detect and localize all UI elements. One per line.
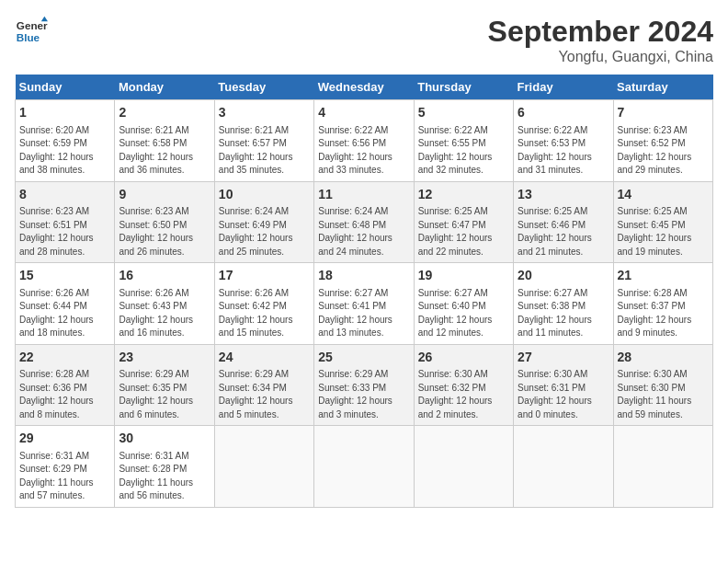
- day-info: Sunrise: 6:22 AMSunset: 6:56 PMDaylight:…: [318, 124, 409, 178]
- day-info: Sunrise: 6:27 AMSunset: 6:41 PMDaylight:…: [318, 287, 409, 340]
- day-info: Sunrise: 6:21 AMSunset: 6:57 PMDaylight:…: [219, 124, 310, 178]
- table-row: 22Sunrise: 6:28 AMSunset: 6:36 PMDayligh…: [16, 344, 713, 426]
- table-cell: 3Sunrise: 6:21 AMSunset: 6:57 PMDaylight…: [214, 100, 313, 182]
- table-cell: 22Sunrise: 6:28 AMSunset: 6:36 PMDayligh…: [16, 344, 115, 426]
- day-number: 16: [119, 267, 210, 285]
- day-info: Sunrise: 6:25 AMSunset: 6:47 PMDaylight:…: [418, 205, 509, 259]
- day-number: 26: [418, 349, 509, 367]
- header: General Blue September 2024 Yongfu, Guan…: [15, 15, 713, 65]
- day-number: 12: [418, 186, 509, 204]
- day-number: 14: [618, 186, 709, 204]
- table-cell: [514, 426, 613, 508]
- col-wednesday: Wednesday: [314, 75, 414, 100]
- col-thursday: Thursday: [414, 75, 513, 100]
- table-cell: 15Sunrise: 6:26 AMSunset: 6:44 PMDayligh…: [16, 263, 115, 345]
- table-cell: [314, 426, 414, 508]
- day-info: Sunrise: 6:30 AMSunset: 6:31 PMDaylight:…: [518, 368, 609, 421]
- day-info: Sunrise: 6:31 AMSunset: 6:29 PMDaylight:…: [19, 450, 110, 503]
- table-cell: 28Sunrise: 6:30 AMSunset: 6:30 PMDayligh…: [613, 344, 712, 426]
- table-cell: 7Sunrise: 6:23 AMSunset: 6:52 PMDaylight…: [613, 100, 712, 182]
- day-number: 30: [119, 430, 210, 448]
- day-info: Sunrise: 6:28 AMSunset: 6:36 PMDaylight:…: [19, 368, 110, 421]
- day-info: Sunrise: 6:29 AMSunset: 6:33 PMDaylight:…: [318, 368, 409, 421]
- table-cell: 23Sunrise: 6:29 AMSunset: 6:35 PMDayligh…: [115, 344, 214, 426]
- day-number: 28: [618, 349, 709, 367]
- day-info: Sunrise: 6:29 AMSunset: 6:34 PMDaylight:…: [219, 368, 310, 421]
- col-sunday: Sunday: [16, 75, 115, 100]
- table-cell: 19Sunrise: 6:27 AMSunset: 6:40 PMDayligh…: [414, 263, 513, 345]
- day-number: 2: [119, 104, 210, 122]
- table-cell: 8Sunrise: 6:23 AMSunset: 6:51 PMDaylight…: [16, 181, 115, 263]
- table-row: 15Sunrise: 6:26 AMSunset: 6:44 PMDayligh…: [16, 263, 713, 345]
- col-saturday: Saturday: [613, 75, 712, 100]
- logo-icon: General Blue: [15, 15, 48, 48]
- table-cell: 16Sunrise: 6:26 AMSunset: 6:43 PMDayligh…: [115, 263, 214, 345]
- table-cell: 20Sunrise: 6:27 AMSunset: 6:38 PMDayligh…: [514, 263, 613, 345]
- day-number: 9: [119, 186, 210, 204]
- day-info: Sunrise: 6:27 AMSunset: 6:38 PMDaylight:…: [518, 287, 609, 340]
- day-number: 5: [418, 104, 509, 122]
- day-number: 1: [19, 104, 110, 122]
- col-tuesday: Tuesday: [214, 75, 313, 100]
- table-cell: 30Sunrise: 6:31 AMSunset: 6:28 PMDayligh…: [115, 426, 214, 508]
- table-cell: 24Sunrise: 6:29 AMSunset: 6:34 PMDayligh…: [214, 344, 313, 426]
- day-info: Sunrise: 6:30 AMSunset: 6:32 PMDaylight:…: [418, 368, 509, 421]
- day-number: 10: [219, 186, 310, 204]
- table-cell: 13Sunrise: 6:25 AMSunset: 6:46 PMDayligh…: [514, 181, 613, 263]
- table-cell: 11Sunrise: 6:24 AMSunset: 6:48 PMDayligh…: [314, 181, 414, 263]
- day-info: Sunrise: 6:26 AMSunset: 6:44 PMDaylight:…: [19, 287, 110, 340]
- table-cell: 2Sunrise: 6:21 AMSunset: 6:58 PMDaylight…: [115, 100, 214, 182]
- day-number: 20: [518, 267, 609, 285]
- day-info: Sunrise: 6:30 AMSunset: 6:30 PMDaylight:…: [618, 368, 709, 421]
- day-info: Sunrise: 6:21 AMSunset: 6:58 PMDaylight:…: [119, 124, 210, 178]
- table-cell: 26Sunrise: 6:30 AMSunset: 6:32 PMDayligh…: [414, 344, 513, 426]
- day-info: Sunrise: 6:23 AMSunset: 6:50 PMDaylight:…: [119, 205, 210, 259]
- day-info: Sunrise: 6:24 AMSunset: 6:48 PMDaylight:…: [318, 205, 409, 259]
- day-number: 4: [318, 104, 409, 122]
- day-number: 29: [19, 430, 110, 448]
- table-cell: 10Sunrise: 6:24 AMSunset: 6:49 PMDayligh…: [214, 181, 313, 263]
- table-cell: 1Sunrise: 6:20 AMSunset: 6:59 PMDaylight…: [16, 100, 115, 182]
- table-cell: 21Sunrise: 6:28 AMSunset: 6:37 PMDayligh…: [613, 263, 712, 345]
- table-row: 1Sunrise: 6:20 AMSunset: 6:59 PMDaylight…: [16, 100, 713, 182]
- day-number: 6: [518, 104, 609, 122]
- calendar-subtitle: Yongfu, Guangxi, China: [488, 49, 713, 65]
- table-cell: 27Sunrise: 6:30 AMSunset: 6:31 PMDayligh…: [514, 344, 613, 426]
- table-cell: 29Sunrise: 6:31 AMSunset: 6:29 PMDayligh…: [16, 426, 115, 508]
- table-row: 8Sunrise: 6:23 AMSunset: 6:51 PMDaylight…: [16, 181, 713, 263]
- day-info: Sunrise: 6:20 AMSunset: 6:59 PMDaylight:…: [19, 124, 110, 178]
- table-cell: 17Sunrise: 6:26 AMSunset: 6:42 PMDayligh…: [214, 263, 313, 345]
- day-info: Sunrise: 6:25 AMSunset: 6:46 PMDaylight:…: [518, 205, 609, 259]
- day-number: 8: [19, 186, 110, 204]
- day-number: 25: [318, 349, 409, 367]
- day-info: Sunrise: 6:25 AMSunset: 6:45 PMDaylight:…: [618, 205, 709, 259]
- day-number: 22: [19, 349, 110, 367]
- title-section: September 2024 Yongfu, Guangxi, China: [488, 15, 713, 65]
- day-info: Sunrise: 6:24 AMSunset: 6:49 PMDaylight:…: [219, 205, 310, 259]
- table-cell: [214, 426, 313, 508]
- day-info: Sunrise: 6:31 AMSunset: 6:28 PMDaylight:…: [119, 450, 210, 503]
- day-number: 13: [518, 186, 609, 204]
- day-info: Sunrise: 6:28 AMSunset: 6:37 PMDaylight:…: [618, 287, 709, 340]
- day-number: 17: [219, 267, 310, 285]
- table-cell: 25Sunrise: 6:29 AMSunset: 6:33 PMDayligh…: [314, 344, 414, 426]
- calendar-table: Sunday Monday Tuesday Wednesday Thursday…: [15, 75, 713, 508]
- table-cell: 18Sunrise: 6:27 AMSunset: 6:41 PMDayligh…: [314, 263, 414, 345]
- day-info: Sunrise: 6:23 AMSunset: 6:52 PMDaylight:…: [618, 124, 709, 178]
- day-number: 18: [318, 267, 409, 285]
- table-cell: 5Sunrise: 6:22 AMSunset: 6:55 PMDaylight…: [414, 100, 513, 182]
- day-number: 24: [219, 349, 310, 367]
- logo: General Blue: [15, 15, 48, 48]
- day-info: Sunrise: 6:23 AMSunset: 6:51 PMDaylight:…: [19, 205, 110, 259]
- table-cell: 12Sunrise: 6:25 AMSunset: 6:47 PMDayligh…: [414, 181, 513, 263]
- header-row: Sunday Monday Tuesday Wednesday Thursday…: [16, 75, 713, 100]
- day-info: Sunrise: 6:27 AMSunset: 6:40 PMDaylight:…: [418, 287, 509, 340]
- table-cell: 14Sunrise: 6:25 AMSunset: 6:45 PMDayligh…: [613, 181, 712, 263]
- day-info: Sunrise: 6:22 AMSunset: 6:53 PMDaylight:…: [518, 124, 609, 178]
- day-number: 27: [518, 349, 609, 367]
- day-number: 11: [318, 186, 409, 204]
- table-row: 29Sunrise: 6:31 AMSunset: 6:29 PMDayligh…: [16, 426, 713, 508]
- calendar-title: September 2024: [488, 15, 713, 49]
- table-cell: 9Sunrise: 6:23 AMSunset: 6:50 PMDaylight…: [115, 181, 214, 263]
- day-info: Sunrise: 6:26 AMSunset: 6:43 PMDaylight:…: [119, 287, 210, 340]
